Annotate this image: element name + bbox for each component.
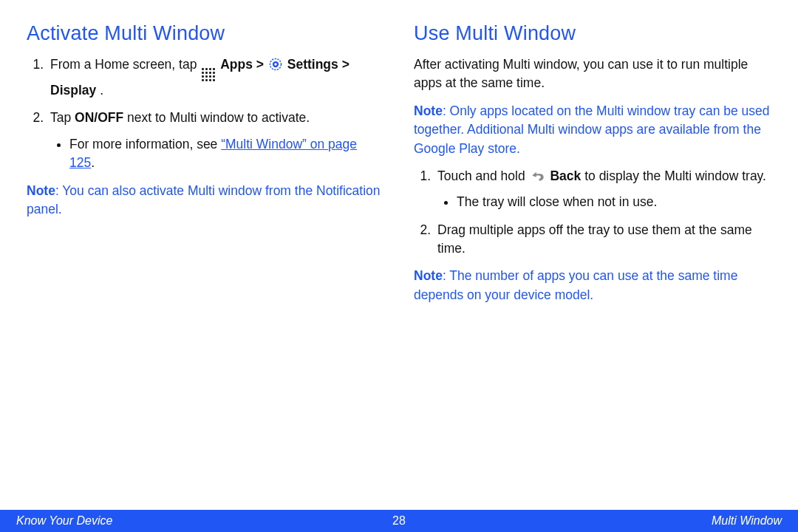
activate-note: Note: You can also activate Multi window… (27, 182, 384, 219)
activate-step-2: Tap ON/OFF next to Multi window to activ… (47, 109, 384, 172)
step1-pre: From a Home screen, tap (50, 57, 200, 72)
svg-point-2 (274, 63, 276, 65)
right-column: Use Multi Window After activating Multi … (414, 22, 771, 313)
step2-onoff: ON/OFF (75, 110, 123, 125)
back-arrow-icon (531, 170, 545, 183)
step2-pre: Tap (50, 110, 75, 125)
step1-apps-label: Apps > (220, 57, 267, 72)
use-note2-text: : The number of apps you can use at the … (414, 268, 737, 301)
footer-right: Multi Window (712, 514, 782, 528)
use-note1-text: : Only apps located on the Multi window … (414, 103, 770, 156)
apps-grid-icon (202, 68, 215, 81)
bullet1-pre: For more information, see (69, 137, 221, 151)
step2-post: next to Multi window to activate. (127, 110, 310, 125)
footer-page-number: 28 (392, 514, 406, 528)
settings-gear-icon (269, 58, 282, 71)
use-note2-label: Note (414, 268, 443, 283)
activate-heading: Activate Multi Window (27, 22, 384, 45)
use-step-1: Touch and hold Back to display the Multi… (434, 167, 771, 212)
use-step1-pre: Touch and hold (437, 168, 529, 183)
use-note1-label: Note (414, 103, 443, 118)
left-column: Activate Multi Window From a Home screen… (27, 22, 384, 313)
use-step-2: Drag multiple apps off the tray to use t… (434, 221, 771, 259)
use-note-1: Note: Only apps located on the Multi win… (414, 102, 771, 158)
activate-note-text: : You can also activate Multi window fro… (27, 183, 381, 216)
activate-bullet-1: For more information, see “Multi Window”… (69, 135, 384, 173)
activate-step-1: From a Home screen, tap Apps > Settings … (47, 55, 384, 100)
step1-end: . (100, 83, 103, 98)
use-intro: After activating Multi window, you can u… (414, 55, 771, 93)
use-bullet-1: The tray will close when not in use. (457, 193, 771, 211)
use-step1-post: to display the Multi window tray. (584, 168, 766, 183)
bullet1-post: . (91, 155, 95, 170)
activate-note-label: Note (27, 183, 55, 198)
page-footer: Know Your Device 28 Multi Window (0, 510, 798, 532)
use-step1-back: Back (550, 168, 581, 183)
footer-left: Know Your Device (16, 514, 112, 528)
use-heading: Use Multi Window (414, 22, 771, 45)
use-note-2: Note: The number of apps you can use at … (414, 267, 771, 304)
